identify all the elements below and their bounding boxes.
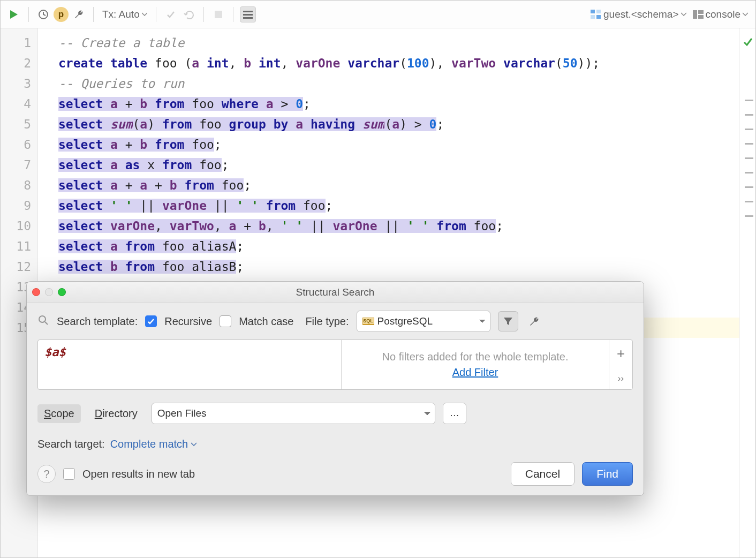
scope-value: Open Files: [157, 408, 207, 419]
session-badge[interactable]: p: [54, 7, 69, 22]
gutter-line: 4: [1, 94, 31, 114]
rollback-button[interactable]: [181, 6, 197, 22]
code-line[interactable]: select ' ' || varOne || ' ' from foo;: [58, 195, 739, 216]
tx-mode-label: Tx: Auto: [102, 9, 140, 20]
code-line[interactable]: select varOne, varTwo, a + b, ' ' || var…: [58, 216, 739, 236]
main-toolbar: p Tx: Auto guest.<schema> console: [1, 1, 755, 28]
template-editor: $a$ No filters added for the whole templ…: [37, 340, 633, 390]
gutter-line: 8: [1, 175, 31, 195]
template-input[interactable]: $a$: [38, 340, 341, 389]
console-label: console: [706, 9, 741, 20]
commit-button[interactable]: [163, 6, 179, 22]
scope-tab[interactable]: Scope: [37, 404, 81, 423]
gutter-line: 6: [1, 134, 31, 155]
code-line[interactable]: create table foo (a int, b int, varOne v…: [58, 53, 739, 73]
code-line[interactable]: select b from foo aliasB;: [58, 257, 739, 277]
code-line[interactable]: select sum(a) from foo group by a having…: [58, 114, 739, 134]
no-filters-text: No filters added for the whole template.: [382, 351, 569, 363]
gutter-line: 9: [1, 195, 31, 216]
match-case-checkbox[interactable]: [220, 315, 231, 327]
directory-tab[interactable]: Directory: [88, 404, 144, 423]
code-line[interactable]: select a as x from foo;: [58, 155, 739, 175]
gutter-line: 7: [1, 155, 31, 175]
svg-rect-6: [591, 10, 595, 13]
inspection-strip[interactable]: [739, 28, 755, 557]
history-button[interactable]: [35, 6, 51, 22]
file-type-value: PostgreSQL: [377, 315, 433, 327]
find-button[interactable]: Find: [582, 462, 633, 486]
gutter-line: 12: [1, 257, 31, 277]
gutter-line: 2: [1, 53, 31, 73]
run-button[interactable]: [6, 6, 22, 22]
match-case-label: Match case: [239, 315, 293, 328]
schema-label: guest.<schema>: [603, 9, 678, 20]
svg-rect-7: [596, 10, 601, 13]
code-line[interactable]: select a + b from foo;: [58, 134, 739, 155]
recursive-label: Recursive: [164, 315, 212, 328]
tx-mode-dropdown[interactable]: Tx: Auto: [100, 9, 149, 20]
svg-rect-10: [693, 10, 697, 19]
filter-side-actions: + ››: [609, 340, 632, 389]
search-icon: [37, 314, 49, 329]
console-dropdown[interactable]: console: [691, 9, 751, 20]
scope-dropdown[interactable]: Open Files: [152, 403, 435, 424]
schema-dropdown[interactable]: guest.<schema>: [588, 9, 688, 20]
svg-rect-9: [596, 15, 601, 19]
stop-button[interactable]: [210, 6, 226, 22]
gutter-line: 1: [1, 33, 31, 53]
svg-rect-11: [698, 10, 704, 14]
settings-button[interactable]: [240, 6, 256, 22]
search-target-value: Complete match: [110, 438, 188, 450]
gutter-line: 3: [1, 73, 31, 94]
schema-icon: [591, 10, 601, 19]
svg-rect-8: [591, 15, 595, 19]
open-new-tab-checkbox[interactable]: [63, 468, 75, 480]
file-type-label: File type:: [305, 315, 349, 328]
dialog-titlebar[interactable]: Structural Search: [27, 282, 644, 303]
gutter-line: 5: [1, 114, 31, 134]
code-line[interactable]: -- Create a table: [58, 33, 739, 53]
filter-button[interactable]: [498, 311, 518, 331]
search-target-dropdown[interactable]: Complete match: [110, 438, 197, 450]
dialog-title: Structural Search: [27, 286, 644, 298]
gutter-line: 10: [1, 216, 31, 236]
sql-file-icon: SQL: [362, 318, 374, 325]
svg-rect-12: [698, 15, 704, 19]
help-button[interactable]: ?: [37, 465, 56, 483]
svg-point-13: [39, 316, 46, 322]
search-target-label: Search target:: [37, 438, 105, 450]
console-icon: [693, 10, 704, 19]
wrench-button[interactable]: [71, 6, 87, 22]
code-line[interactable]: select a + a + b from foo;: [58, 175, 739, 195]
filter-panel: No filters added for the whole template.…: [341, 340, 609, 389]
add-filter-link[interactable]: Add Filter: [452, 366, 498, 379]
svg-rect-5: [243, 17, 253, 19]
recursive-checkbox[interactable]: [145, 315, 157, 327]
code-line[interactable]: select a from foo aliasA;: [58, 236, 739, 257]
svg-rect-3: [243, 11, 253, 12]
structural-search-dialog: Structural Search Search template: Recur…: [26, 281, 644, 496]
cancel-button[interactable]: Cancel: [511, 462, 574, 486]
svg-rect-2: [215, 11, 222, 18]
open-new-tab-label: Open results in new tab: [82, 468, 195, 480]
code-line[interactable]: select a + b from foo where a > 0;: [58, 94, 739, 114]
search-template-label: Search template:: [57, 315, 138, 328]
gutter-line: 11: [1, 236, 31, 257]
svg-marker-0: [10, 10, 18, 19]
tools-button[interactable]: [526, 315, 543, 327]
checkmark-icon: [743, 36, 753, 50]
expand-button[interactable]: ››: [618, 373, 624, 384]
add-button[interactable]: +: [617, 345, 625, 362]
svg-rect-4: [243, 14, 253, 16]
file-type-dropdown[interactable]: SQL PostgreSQL: [357, 311, 490, 332]
code-line[interactable]: -- Queries to run: [58, 73, 739, 94]
scope-browse-button[interactable]: …: [443, 403, 466, 424]
